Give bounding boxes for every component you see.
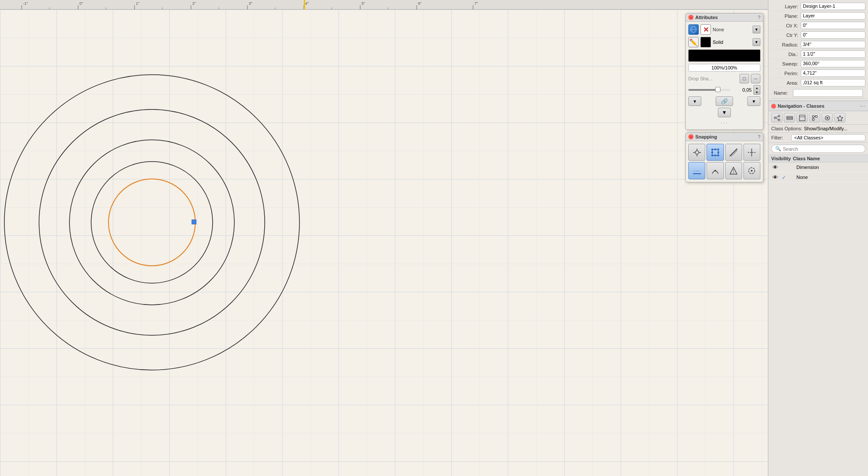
snap-btn-8[interactable] — [743, 162, 760, 179]
snapping-panel-close[interactable]: × — [688, 134, 694, 139]
nav-panel-title: Navigation - Classes — [778, 103, 858, 109]
nav-tool-link[interactable] — [809, 113, 820, 122]
ctr-y-row: Ctr Y: 0" — [771, 30, 865, 40]
attributes-panel-body: ✕ None ▼ ✏️ Solid — [686, 22, 763, 129]
arrow-left-btn[interactable]: ▼ — [688, 96, 701, 106]
area-value[interactable]: ,012 sq ft — [801, 79, 865, 86]
nav-tool-view[interactable] — [822, 113, 833, 122]
fill-none-label: None — [713, 27, 724, 32]
nav-tool-layers[interactable] — [784, 113, 795, 122]
fill-select-arrow[interactable]: ▼ — [753, 26, 760, 33]
attributes-panel-close[interactable]: × — [688, 15, 694, 20]
svg-point-62 — [733, 172, 734, 173]
plane-value[interactable]: Layer — [801, 12, 865, 20]
fill-none-select[interactable]: None ▼ — [713, 26, 760, 33]
svg-point-45 — [717, 149, 719, 150]
drawing-surface[interactable] — [0, 10, 768, 476]
pencil-icon-none[interactable]: ✓ — [780, 173, 788, 181]
snap-btn-2[interactable] — [707, 144, 723, 161]
snap-grid: ~~~ — [688, 144, 760, 179]
perim-value[interactable]: 4,712" — [801, 69, 865, 77]
search-box[interactable]: 🔍 — [771, 145, 865, 153]
classes-table-header: Visibility Class Name — [769, 155, 868, 162]
nav-tool-extra[interactable] — [834, 113, 845, 122]
svg-point-75 — [815, 115, 817, 117]
class-name-dimension: Dimension — [793, 165, 865, 170]
slider-track[interactable] — [688, 89, 730, 91]
area-row: Area: ,012 sq ft — [771, 78, 865, 88]
snap-btn-3[interactable] — [725, 144, 742, 161]
down-arrow-btn[interactable]: ▼ — [718, 108, 731, 117]
svg-point-47 — [717, 155, 719, 156]
stroke-solid-select[interactable]: Solid ▼ — [713, 38, 760, 46]
dia-row: Dia.: 1 1/2" — [771, 50, 865, 59]
nav-panel-header: Navigation - Classes ··· — [769, 101, 868, 111]
classes-table-body: 👁 Dimension 👁 ✓ None — [769, 162, 868, 476]
drop-shadow-row: Drop Sha... □ ··· — [688, 74, 760, 83]
slider-row: 0,05 ▲▼ — [688, 85, 760, 95]
stroke-color-swatch[interactable] — [700, 37, 711, 47]
svg-rect-43 — [712, 149, 718, 155]
nav-panel-close[interactable] — [771, 104, 776, 109]
search-icon: 🔍 — [775, 146, 781, 152]
arrow-right-btn[interactable]: ▼ — [747, 96, 760, 106]
svg-text:7": 7" — [474, 1, 478, 6]
color-bar[interactable] — [688, 50, 760, 62]
layer-row: Layer: Design Layer-1 — [771, 2, 865, 11]
nav-tool-share[interactable] — [771, 113, 783, 122]
visibility-icon-dimension[interactable]: 👁 — [771, 163, 779, 171]
svg-point-44 — [711, 149, 713, 150]
drop-shadow-square-btn[interactable]: □ — [740, 74, 749, 83]
svg-point-48 — [714, 149, 716, 150]
class-options-value[interactable]: Show/Snap/Modify... — [804, 126, 865, 131]
radius-value[interactable]: 3/4" — [801, 41, 865, 48]
sweep-value[interactable]: 360,00° — [801, 60, 865, 67]
stroke-select-arrow[interactable]: ▼ — [753, 38, 760, 46]
plane-row: Plane: Layer — [771, 11, 865, 21]
nav-panel-dots[interactable]: ··· — [860, 103, 865, 109]
search-input[interactable] — [783, 146, 861, 152]
ctr-x-value[interactable]: 0" — [801, 22, 865, 29]
svg-point-59 — [714, 170, 716, 172]
snap-btn-7[interactable] — [725, 162, 742, 179]
stroke-pen-icon[interactable]: ✏️ — [688, 37, 699, 47]
slider-thumb[interactable] — [715, 87, 720, 92]
snap-btn-6[interactable] — [707, 162, 723, 179]
opacity-input[interactable]: 100%/100% — [688, 64, 760, 72]
radius-label: Radius: — [771, 42, 801, 47]
nav-toolbar — [769, 111, 868, 125]
plane-label: Plane: — [771, 13, 801, 19]
svg-text:4": 4" — [305, 1, 309, 6]
class-options-label: Class Options: — [771, 126, 802, 131]
layer-value[interactable]: Design Layer-1 — [801, 3, 865, 10]
layer-label: Layer: — [771, 4, 801, 9]
fill-globe-icon[interactable] — [688, 24, 699, 35]
link-btn[interactable]: 🔗 — [716, 96, 733, 106]
svg-point-65 — [774, 117, 776, 119]
fill-remove-icon[interactable]: ✕ — [700, 24, 711, 35]
svg-point-46 — [711, 155, 713, 156]
svg-line-52 — [730, 149, 737, 156]
slider-stepper[interactable]: ▲▼ — [753, 85, 760, 95]
visibility-icon-none[interactable]: 👁 — [771, 173, 779, 181]
svg-text:3": 3" — [249, 1, 252, 6]
svg-text:5": 5" — [362, 1, 365, 6]
snapping-panel-title: Snapping — [695, 134, 756, 139]
filter-value[interactable]: <All Classes> — [791, 134, 865, 141]
ctr-y-value[interactable]: 0" — [801, 31, 865, 39]
snap-btn-1[interactable] — [688, 144, 705, 161]
snap-btn-4[interactable] — [743, 144, 760, 161]
svg-point-80 — [826, 117, 828, 119]
canvas-area[interactable]: -1" 0" 1" 2" 3" 4" — [0, 0, 768, 476]
snap-btn-5[interactable]: ~~~ — [688, 162, 705, 179]
drop-shadow-more-btn[interactable]: ··· — [751, 74, 760, 83]
attributes-panel-help[interactable]: ? — [758, 15, 760, 20]
svg-rect-18 — [304, 0, 305, 10]
dia-value[interactable]: 1 1/2" — [801, 50, 865, 58]
stroke-solid-label: Solid — [713, 40, 723, 45]
name-input[interactable] — [793, 89, 863, 97]
nav-tool-classes[interactable] — [796, 113, 808, 122]
perim-label: Perim: — [771, 71, 801, 76]
ruler-top: -1" 0" 1" 2" 3" 4" — [0, 0, 768, 10]
snapping-panel-help[interactable]: ? — [758, 134, 760, 139]
